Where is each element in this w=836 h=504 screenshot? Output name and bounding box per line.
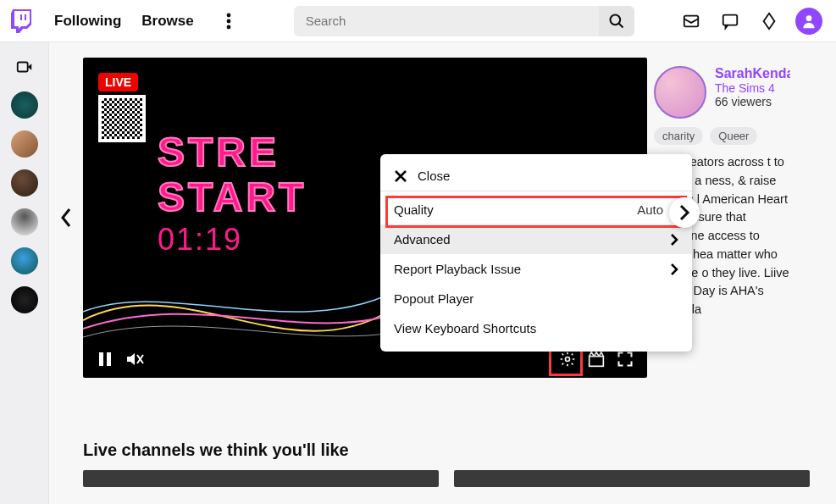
search-bar: [294, 6, 634, 36]
nav-browse[interactable]: Browse: [141, 13, 193, 30]
svg-rect-6: [723, 14, 738, 25]
svg-rect-9: [99, 352, 103, 366]
settings-close-button[interactable]: Close: [380, 161, 692, 191]
stream-title-overlay: STRE START 01:19: [158, 130, 307, 258]
chevron-left-icon: [59, 208, 73, 228]
svg-point-7: [806, 15, 812, 21]
fullscreen-icon: [617, 351, 634, 368]
search-input[interactable]: [294, 6, 599, 36]
svg-point-0: [226, 13, 230, 17]
recommendations-row: [49, 470, 836, 487]
sidebar-channel[interactable]: [11, 208, 38, 235]
player-settings-menu: Close Quality Auto Advanced Report Playb…: [380, 154, 692, 352]
stream-timer: 01:19: [158, 222, 307, 258]
tag[interactable]: charity: [654, 127, 703, 145]
search-icon: [608, 13, 625, 30]
sidebar-channel[interactable]: [11, 169, 38, 197]
quality-label: Quality: [394, 202, 434, 217]
svg-point-1: [226, 19, 230, 23]
close-icon: [394, 169, 407, 183]
svg-rect-14: [590, 357, 604, 367]
carousel-prev-button[interactable]: [49, 58, 83, 378]
top-right-controls: [678, 8, 828, 35]
recommendation-card[interactable]: [83, 470, 439, 487]
settings-popout-player[interactable]: Popout Player: [380, 284, 692, 313]
svg-rect-5: [684, 15, 699, 26]
tag[interactable]: Queer: [710, 127, 757, 145]
user-icon: [800, 13, 817, 30]
svg-point-3: [610, 14, 620, 25]
quality-value: Auto: [637, 202, 663, 217]
recommendations-heading: Live channels we think you'll like: [83, 440, 836, 460]
channel-tags: charity Queer: [654, 127, 790, 145]
svg-line-4: [618, 23, 623, 27]
main-content: LIVE STRE START 01:19: [49, 42, 836, 504]
sidebar-channel[interactable]: [11, 286, 38, 313]
chevron-right-icon: [670, 234, 678, 246]
recommendation-card[interactable]: [454, 470, 810, 487]
top-nav-bar: Following Browse: [0, 0, 836, 42]
chevron-right-icon: [670, 263, 678, 275]
pause-button[interactable]: [95, 349, 115, 369]
channel-name[interactable]: SarahKenda: [715, 66, 790, 81]
bits-icon[interactable]: [756, 8, 782, 34]
settings-keyboard-shortcuts[interactable]: View Keyboard Shortcuts: [380, 313, 692, 343]
live-badge: LIVE: [98, 73, 138, 91]
shortcuts-label: View Keyboard Shortcuts: [394, 321, 536, 335]
close-label: Close: [418, 169, 450, 183]
settings-advanced[interactable]: Advanced: [380, 224, 692, 254]
sidebar-channel[interactable]: [11, 91, 38, 119]
nav-following[interactable]: Following: [54, 13, 121, 30]
twitch-logo[interactable]: [8, 8, 34, 34]
nav-more-icon[interactable]: [216, 8, 241, 34]
settings-quality[interactable]: Quality Auto: [380, 195, 692, 224]
inbox-icon[interactable]: [678, 8, 704, 34]
settings-button[interactable]: [557, 349, 578, 369]
user-avatar[interactable]: [795, 8, 822, 35]
whispers-icon[interactable]: [717, 8, 743, 34]
followed-channels-sidebar: [0, 42, 49, 504]
settings-report-playback[interactable]: Report Playback Issue: [380, 254, 692, 284]
mute-button[interactable]: [125, 349, 146, 369]
clip-button[interactable]: [586, 349, 606, 369]
search-button[interactable]: [599, 6, 634, 36]
svg-point-2: [226, 25, 230, 29]
svg-point-13: [566, 357, 570, 362]
channel-avatar[interactable]: [654, 66, 706, 119]
qr-code: [98, 95, 146, 142]
collapse-sidebar-icon[interactable]: [15, 58, 34, 76]
advanced-label: Advanced: [394, 232, 451, 246]
report-label: Report Playback Issue: [394, 262, 521, 276]
clapper-icon: [588, 351, 605, 368]
svg-rect-8: [17, 63, 27, 72]
sidebar-channel[interactable]: [11, 247, 38, 274]
channel-game[interactable]: The Sims 4: [715, 81, 790, 95]
svg-rect-10: [107, 352, 111, 366]
fullscreen-button[interactable]: [615, 349, 635, 369]
sidebar-channel[interactable]: [11, 130, 38, 158]
carousel-next-button[interactable]: [669, 197, 700, 228]
viewer-count: 66 viewers: [715, 95, 790, 108]
gear-icon: [559, 351, 576, 368]
chevron-right-icon: [678, 204, 690, 221]
popout-label: Popout Player: [394, 291, 473, 306]
